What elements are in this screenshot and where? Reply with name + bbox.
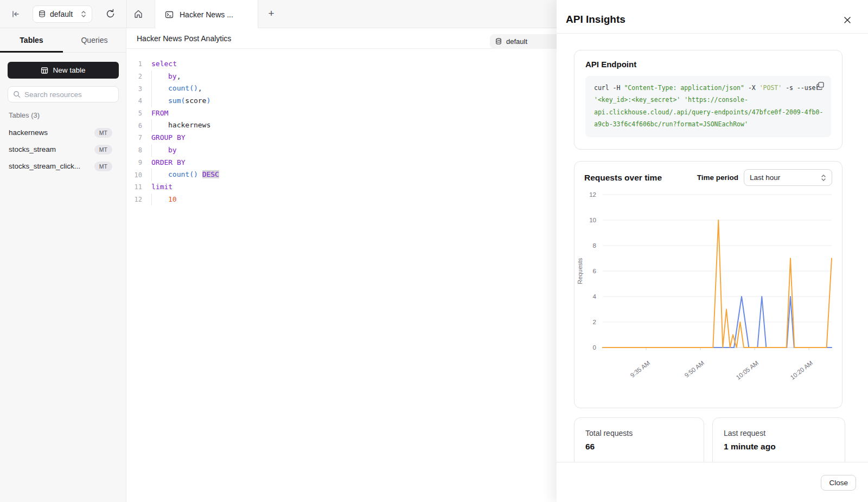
- curl-line: a9cb-33f6c4f606bc/run?format=JSONEachRow…: [594, 118, 822, 130]
- code-token: "Content-Type: application/json": [624, 84, 744, 92]
- sql-line-text: by: [151, 144, 177, 157]
- sidebar-tab-tables[interactable]: Tables: [0, 28, 63, 52]
- y-tick-label: 6: [593, 268, 596, 274]
- curl-line: '<key_id>:<key_secret>' 'https://console…: [594, 94, 822, 106]
- editor-database-chip[interactable]: default: [490, 34, 560, 49]
- sql-line: 3count(),: [127, 82, 557, 95]
- line-number: 7: [127, 134, 142, 141]
- editor-database-chip-label: default: [506, 37, 527, 46]
- home-icon[interactable]: [133, 9, 143, 19]
- requests-card-header: Requests over time Time period Last hour: [575, 162, 842, 186]
- close-button[interactable]: Close: [821, 475, 856, 491]
- new-table-label: New table: [53, 66, 85, 74]
- table-engine-badge: MT: [94, 128, 112, 138]
- line-number: 4: [127, 97, 142, 105]
- stat-value: 1 minute ago: [724, 442, 834, 452]
- sql-code-editor[interactable]: 1select2by,3count(),4sum(score)5FROM6hac…: [127, 58, 557, 205]
- panel-title: API Insights: [566, 14, 626, 25]
- search-icon: [13, 91, 21, 98]
- table-row[interactable]: stocks_stream_click...MT: [9, 158, 119, 175]
- sidebar-tab-queries[interactable]: Queries: [63, 28, 126, 52]
- collapse-sidebar-icon[interactable]: [11, 9, 21, 19]
- y-tick-label: 0: [593, 344, 596, 351]
- y-tick-label: 2: [593, 319, 596, 325]
- database-icon: [39, 10, 46, 18]
- database-selector[interactable]: default: [33, 5, 92, 23]
- table-name: hackernews: [9, 128, 94, 137]
- panel-footer: Close: [557, 462, 868, 502]
- requests-line-chart: 024681012Requests9:35 AM9:50 AM10:05 AM1…: [575, 189, 843, 409]
- code-token: count(): [168, 84, 198, 92]
- console-tab-icon: [165, 10, 174, 19]
- line-number: 1: [127, 60, 142, 68]
- sql-line-text: sum(score): [151, 95, 210, 107]
- curl-command: curl -H "Content-Type: application/json"…: [594, 82, 822, 131]
- sql-line: 9ORDER BY: [127, 157, 557, 169]
- code-token: ,: [177, 72, 181, 80]
- line-number: 10: [127, 171, 142, 179]
- table-name: stocks_stream_click...: [9, 162, 94, 170]
- copy-icon[interactable]: [816, 81, 825, 90]
- sql-line: 5FROM: [127, 107, 557, 120]
- table-name: stocks_stream: [9, 145, 94, 153]
- code-token: 10: [168, 195, 177, 203]
- toolbar-divider: [126, 0, 127, 28]
- close-icon[interactable]: [843, 16, 852, 24]
- panel-header: API Insights: [557, 0, 868, 34]
- requests-over-time-card: Requests over time Time period Last hour…: [574, 161, 843, 408]
- new-tab-plus-icon[interactable]: +: [266, 8, 277, 19]
- table-list: hackernewsMTstocks_streamMTstocks_stream…: [9, 124, 119, 175]
- sidebar: Tables Queries New table Tables (3) hack…: [0, 28, 126, 502]
- code-token: by: [168, 146, 177, 154]
- time-period-select[interactable]: Last hour: [744, 169, 832, 186]
- code-token: FROM: [151, 109, 168, 117]
- search-resources-box: [8, 86, 119, 102]
- line-number: 6: [127, 122, 142, 130]
- curl-line: api.clickhouse.cloud/.api/query-endpoint…: [594, 106, 822, 118]
- code-token: '<key_id>:<key_secret>': [594, 96, 680, 104]
- sql-line-text: limit: [151, 181, 173, 194]
- sql-line-text: GROUP BY: [151, 132, 186, 144]
- time-period-value: Last hour: [750, 173, 821, 182]
- tables-section-label: Tables (3): [9, 111, 40, 119]
- code-token: [198, 170, 202, 178]
- sql-line-text: hackernews: [151, 119, 210, 132]
- code-token: 'https://console-: [684, 96, 748, 104]
- sql-line: 1210: [127, 194, 557, 206]
- table-engine-badge: MT: [94, 145, 112, 155]
- code-token: ORDER BY: [151, 158, 186, 166]
- y-tick-label: 8: [593, 242, 596, 249]
- x-tick-label: 10:20 AM: [789, 359, 814, 381]
- sql-line-text: count(),: [151, 82, 202, 95]
- code-token: curl -H: [594, 84, 624, 92]
- tab-hacker-news-query[interactable]: Hacker News ...: [155, 0, 258, 29]
- sql-line: 8by: [127, 144, 557, 157]
- code-token: sum(: [168, 96, 185, 105]
- y-tick-label: 4: [593, 293, 597, 300]
- line-number: 11: [127, 183, 142, 191]
- refresh-icon[interactable]: [105, 9, 116, 19]
- search-resources-input[interactable]: [24, 91, 113, 99]
- sql-line-text: 10: [151, 194, 177, 206]
- line-number: 9: [127, 159, 142, 166]
- query-title: Hacker News Post Analytics: [137, 34, 231, 43]
- stat-label: Total requests: [585, 429, 693, 437]
- stat-value: 66: [585, 442, 693, 452]
- code-token: api.clickhouse.cloud/.api/query-endpoint…: [594, 108, 823, 116]
- table-row[interactable]: hackernewsMT: [9, 124, 119, 141]
- new-table-button[interactable]: New table: [8, 62, 119, 79]
- database-selector-value: default: [50, 10, 76, 18]
- sql-line: 2by,: [127, 70, 557, 83]
- stat-label: Last request: [724, 429, 834, 437]
- sidebar-tabs: Tables Queries: [0, 28, 126, 53]
- x-tick-label: 9:50 AM: [684, 359, 706, 378]
- curl-code-block: curl -H "Content-Type: application/json"…: [585, 76, 831, 137]
- sql-line: 4sum(score): [127, 95, 557, 107]
- code-token: hackernews: [168, 121, 210, 129]
- line-number: 8: [127, 146, 142, 154]
- table-row[interactable]: stocks_streamMT: [9, 141, 119, 158]
- sql-line-text: select: [151, 58, 177, 70]
- code-token: a9cb-33f6c4f606bc/run?format=JSONEachRow…: [594, 120, 748, 128]
- sql-line-text: ORDER BY: [151, 157, 186, 169]
- code-token: -X: [744, 84, 760, 92]
